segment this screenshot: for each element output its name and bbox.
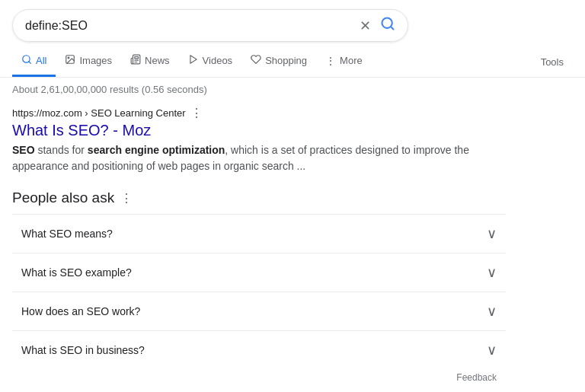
tab-more[interactable]: ⋮ More [316, 46, 372, 77]
more-tab-icon: ⋮ [325, 55, 336, 67]
tab-all-label: All [36, 55, 46, 66]
paa-question-2: How does an SEO work? [21, 305, 140, 317]
svg-point-5 [69, 57, 70, 59]
images-tab-icon [65, 54, 75, 67]
nav-tabs: All Images News Videos [0, 45, 585, 78]
paa-item-1[interactable]: What is SEO example? ∨ [12, 253, 506, 292]
tools-button[interactable]: Tools [532, 47, 573, 75]
paa-chevron-3: ∨ [487, 342, 497, 359]
tab-all[interactable]: All [12, 45, 56, 77]
paa-feedback[interactable]: Feedback [12, 369, 506, 386]
paa-chevron-2: ∨ [487, 303, 497, 320]
paa-question-1: What is SEO example? [21, 266, 132, 279]
tab-news-label: News [145, 55, 170, 66]
tab-news[interactable]: News [121, 45, 179, 77]
shopping-tab-icon [251, 54, 261, 67]
paa-item-2[interactable]: How does an SEO work? ∨ [12, 292, 506, 330]
paa-question-3: What is SEO in business? [21, 344, 145, 356]
tab-shopping[interactable]: Shopping [241, 45, 316, 77]
clear-icon[interactable]: ✕ [360, 18, 371, 34]
paa-chevron-1: ∨ [487, 264, 497, 281]
results-info: About 2,61,00,00,000 results (0.56 secon… [0, 78, 585, 98]
result-1-url-line: https://moz.com › SEO Learning Center ⋮ [12, 106, 506, 120]
paa-title-row: People also ask ⋮ [12, 190, 506, 206]
paa-item-3[interactable]: What is SEO in business? ∨ [12, 330, 506, 369]
tab-images-label: Images [79, 55, 112, 66]
result-1-menu-icon[interactable]: ⋮ [190, 106, 203, 120]
search-bar-wrapper: ✕ [0, 0, 585, 42]
news-tab-icon [130, 54, 141, 67]
search-bar: ✕ [12, 9, 408, 42]
all-tab-icon [21, 54, 32, 67]
result-1-snippet: SEO stands for search engine optimizatio… [12, 142, 506, 174]
result-1-url: https://moz.com › SEO Learning Center [12, 107, 186, 119]
tab-videos[interactable]: Videos [179, 45, 242, 77]
paa-item-0[interactable]: What SEO means? ∨ [12, 214, 506, 253]
paa-menu-icon[interactable]: ⋮ [120, 191, 133, 206]
paa-title: People also ask [12, 190, 114, 206]
people-also-ask-section: People also ask ⋮ What SEO means? ∨ What… [0, 182, 518, 392]
svg-marker-6 [190, 56, 197, 64]
paa-chevron-0: ∨ [487, 225, 497, 242]
tab-more-label: More [340, 55, 363, 66]
search-input[interactable] [25, 19, 360, 33]
result-1-title[interactable]: What Is SEO? - Moz [12, 122, 506, 139]
svg-line-3 [29, 62, 31, 64]
tab-shopping-label: Shopping [265, 55, 307, 66]
svg-line-1 [391, 27, 394, 30]
result-1: https://moz.com › SEO Learning Center ⋮ … [0, 98, 518, 182]
tab-images[interactable]: Images [56, 45, 121, 77]
search-icon[interactable] [380, 16, 395, 35]
paa-question-0: What SEO means? [21, 228, 113, 240]
videos-tab-icon [188, 54, 199, 67]
tab-videos-label: Videos [203, 55, 233, 66]
